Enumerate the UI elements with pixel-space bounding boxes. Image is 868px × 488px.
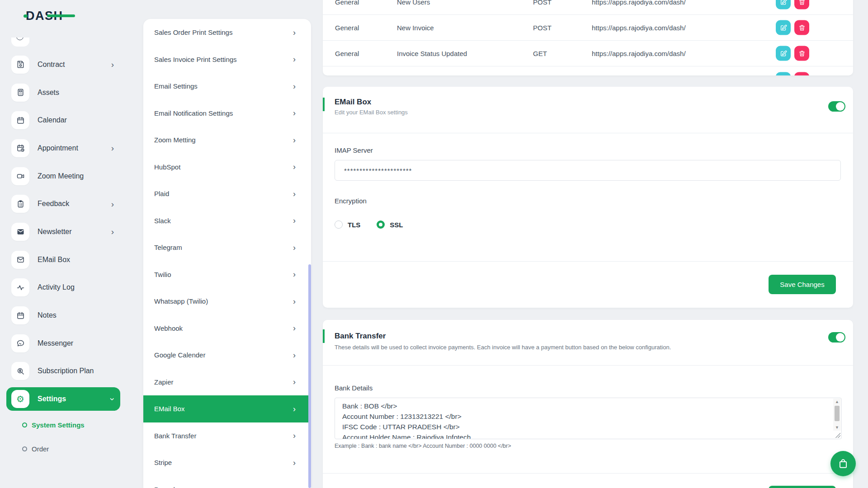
scrollbar-thumb[interactable] [835,406,840,421]
sidebar-item-assets[interactable]: Assets [6,79,120,107]
radio-ssl[interactable]: SSL [377,221,403,229]
menu-item-sales-invoice-print-settings[interactable]: Sales Invoice Print Settings› [143,46,311,73]
bank-details-text: Bank : BOB </br> Account Number : 123132… [342,401,830,439]
menu-item-paypal[interactable]: Paypal› [143,476,311,488]
sidebar-item-activity-log[interactable]: Activity Log [6,274,120,302]
chevron-right-icon: › [111,200,114,208]
sidebar-item-messenger[interactable]: Messenger [6,329,120,357]
menu-item-label: Plaid [154,190,169,197]
table-row: General New Users POST https://apps.rajo… [323,0,853,15]
bank-transfer-card: Bank Transfer These details will be used… [323,320,853,488]
menu-item-twilio[interactable]: Twilio› [143,261,311,288]
bank-details-line: Bank : BOB </br> [342,401,830,411]
edit-button[interactable] [776,46,791,61]
sidebar-item-appointment[interactable]: Appointment › [6,134,120,162]
menu-item-google-calender[interactable]: Google Calender› [143,342,311,369]
cell-module: General [335,0,359,6]
sidebar-item-label: Calendar [38,116,67,124]
menu-item-label: Zapier [154,378,174,386]
cell-name: New Users [397,0,430,6]
bank-details-line: Account Number : 12313213221 </br> [342,411,830,422]
edit-button[interactable] [776,20,791,35]
menu-item-slack[interactable]: Slack› [143,207,311,235]
menu-item-zapier[interactable]: Zapier› [143,369,311,396]
sidebar-item-notes[interactable]: Notes [6,301,120,329]
imap-server-input[interactable] [335,160,841,181]
settings-menu-scrollbar[interactable] [308,264,311,488]
edit-button[interactable] [776,0,791,9]
menu-item-label: Email Notification Settings [154,109,233,117]
chevron-right-icon: › [293,351,296,359]
menu-item-email-settings[interactable]: Email Settings› [143,73,311,100]
chevron-right-icon: › [293,244,296,252]
toggle-knob [836,102,844,111]
chevron-down-icon: › [108,398,117,400]
search-dollar-icon [11,362,29,380]
sidebar-nav: Contract › Assets Calendar [6,51,120,413]
menu-item-whatsapp-twilio[interactable]: Whatsapp (Twilio)› [143,288,311,315]
textarea-scrollbar[interactable]: ▲ ▼ [833,399,841,431]
chevron-right-icon: › [293,270,296,278]
menu-item-label: Zoom Metting [154,136,196,144]
save-changes-button[interactable]: Save Changes [769,275,836,294]
email-box-toggle[interactable] [828,101,845,112]
calendar-clock-icon [11,139,29,157]
delete-button[interactable] [794,46,809,61]
bank-transfer-toggle[interactable] [828,332,845,343]
ring-icon [22,422,27,427]
cell-module: General [335,24,359,32]
radio-circle-icon [335,221,343,229]
sidebar-item-label: Newsletter [38,228,72,236]
menu-item-sales-order-print-settings[interactable]: Sales Order Print Settings› [143,19,311,46]
bank-details-label: Bank Details [335,384,373,392]
encryption-radio-group: TLS SSL [335,221,403,229]
menu-item-plaid[interactable]: Plaid› [143,180,311,207]
delete-button[interactable] [794,72,809,75]
scroll-up-icon[interactable]: ▲ [835,399,839,405]
sidebar-item-zoom-meeting[interactable]: Zoom Meeting [6,162,120,190]
table-row: General New Invoice POST https://apps.ra… [323,15,853,41]
sidebar-item-email-box[interactable]: EMail Box [6,246,120,274]
chevron-right-icon: › [293,28,296,37]
radio-label: TLS [348,221,360,229]
card-title: EMail Box [335,98,371,107]
resize-grip-icon[interactable] [835,432,840,438]
floating-shop-button[interactable] [830,451,856,476]
delete-button[interactable] [794,20,809,35]
bank-details-example: Example : Bank : bank name </br> Account… [335,443,511,449]
sidebar-item-settings[interactable]: ⚙ Settings › [6,385,120,413]
clipped-circle-icon [16,38,24,40]
save-changes-button-partial[interactable]: Save Changes [769,486,836,488]
edit-button[interactable] [776,72,791,75]
menu-item-zoom-metting[interactable]: Zoom Metting› [143,127,311,154]
sidebar-item-calendar[interactable]: Calendar [6,106,120,134]
menu-item-hubspot[interactable]: HubSpot› [143,154,311,181]
floppy-icon [11,56,29,74]
sidebar-item-feedback[interactable]: Feedback › [6,190,120,218]
chevron-right-icon: › [293,190,296,198]
menu-item-stripe[interactable]: Stripe› [143,449,311,476]
menu-item-label: Whatsapp (Twilio) [154,297,208,305]
cell-method: POST [533,0,552,6]
sidebar-item-newsletter[interactable]: Newsletter › [6,218,120,246]
encryption-label: Encryption [335,197,367,205]
cell-url: https://apps.rajodiya.com/dash/ [592,24,686,32]
menu-item-webhook[interactable]: Webhook› [143,315,311,342]
sidebar-subitem-system-settings[interactable]: System Settings [0,415,136,435]
bank-details-textarea[interactable]: Bank : BOB </br> Account Number : 123132… [335,398,842,439]
menu-item-bank-transfer[interactable]: Bank Transfer› [143,422,311,450]
sidebar-item-subscription-plan[interactable]: Subscription Plan [6,357,120,385]
menu-item-email-box[interactable]: EMail Box› [143,395,311,422]
sidebar-item-contract[interactable]: Contract › [6,51,120,79]
brand-logo[interactable]: DASH [26,9,63,23]
sidebar-item-label: Assets [38,89,59,97]
scroll-down-icon[interactable]: ▼ [835,424,839,431]
menu-item-email-notification-settings[interactable]: Email Notification Settings› [143,100,311,127]
radio-tls[interactable]: TLS [335,221,360,229]
menu-item-telegram[interactable]: Telegram› [143,234,311,261]
delete-button[interactable] [794,0,809,9]
menu-item-label: Email Settings [154,82,198,90]
sidebar-item-partial[interactable] [11,38,29,47]
menu-item-label: HubSpot [154,163,180,171]
sidebar-subitem-order[interactable]: Order [0,439,136,459]
